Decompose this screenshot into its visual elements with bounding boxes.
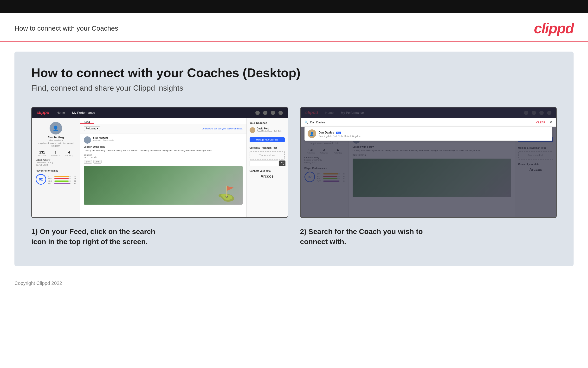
golfer-silhouette: ⛳ xyxy=(217,185,235,202)
off-btn[interactable]: OTF xyxy=(84,160,92,164)
post-title: Lesson with Fordy xyxy=(84,146,243,148)
trackman-link-placeholder: Trackman Link xyxy=(250,151,285,159)
mock-nav-icons-1 xyxy=(255,110,283,115)
action-buttons: OTF APP xyxy=(84,160,243,164)
post-text: Looking to feel like my hands are exitin… xyxy=(84,149,243,152)
control-link[interactable]: Control who can see your activity and da… xyxy=(202,128,243,130)
coach-item: David Ford Royal North Devon Golf Club xyxy=(250,127,285,133)
result-avatar: 👤 xyxy=(307,129,316,138)
settings-icon[interactable] xyxy=(271,110,275,115)
coaches-title: Your Coaches xyxy=(250,121,285,124)
trackman-input[interactable] xyxy=(250,160,278,166)
caption-2: 2) Search for the Coach you wish toconne… xyxy=(300,227,557,247)
post-card: Blair McHarg Yesterday · Sunningdale Les… xyxy=(80,134,246,208)
main-heading: How to connect with your Coaches (Deskto… xyxy=(31,66,557,80)
app-btn[interactable]: APP xyxy=(93,160,102,164)
stat-following: 4 Following xyxy=(65,150,73,156)
search-bar: 🔍 Dan Davies CLEAR ✕ xyxy=(301,118,556,127)
bar-app: APP 85 xyxy=(48,178,76,180)
mock-nav-1: clippd Home My Performance xyxy=(32,108,288,118)
avatar: 👤 xyxy=(50,122,62,135)
top-bar xyxy=(0,0,588,13)
main-subheading: Find, connect and share your Clippd insi… xyxy=(31,84,557,92)
mock-nav-home: Home xyxy=(57,111,65,114)
user-avatar-icon[interactable] xyxy=(279,110,283,115)
bar-arg: ARG 86 xyxy=(48,180,76,182)
manage-coaches-button[interactable]: Manage Your Coaches xyxy=(250,137,285,142)
screenshot-frame-1: clippd Home My Performance 👤 xyxy=(31,107,288,218)
coach-avatar xyxy=(250,127,255,133)
feed-tab[interactable]: Feed xyxy=(80,118,94,124)
post-avatar xyxy=(84,136,91,144)
screenshot-col-1: clippd Home My Performance 👤 xyxy=(31,107,288,247)
caption-1: 1) On your Feed, click on the searchicon… xyxy=(31,227,288,247)
mock-body-1: 👤 Blair McHarg Plus Handicap Royal North… xyxy=(32,118,288,217)
clear-button[interactable]: CLEAR xyxy=(536,121,545,124)
screenshots-row: clippd Home My Performance 👤 xyxy=(31,107,557,247)
score-circle: 92 xyxy=(36,174,46,184)
mock-logo-1: clippd xyxy=(37,110,49,115)
header: How to connect with your Coaches clippd xyxy=(0,13,588,42)
mock-nav-performance: My Performance xyxy=(72,111,95,114)
search-result-item[interactable]: 👤 Dan Davies Pro Sunningdale Golf Club, … xyxy=(305,127,553,141)
stat-activities: 131 Activities xyxy=(38,150,46,156)
copyright-text: Copyright Clippd 2022 xyxy=(14,281,62,286)
search-overlay: 🔍 Dan Davies CLEAR ✕ 👤 Dan Davies Pro S xyxy=(301,118,556,141)
screenshot-col-2: clippd Home My Performance 👤 xyxy=(300,107,557,247)
mock-left-panel-1: 👤 Blair McHarg Plus Handicap Royal North… xyxy=(32,118,80,217)
mock-center-panel-1: Feed Following ▾ Control who can see you… xyxy=(80,118,247,217)
post-header: Blair McHarg Yesterday · Sunningdale xyxy=(84,136,243,144)
bar-putt: PUTT 96 xyxy=(48,183,76,184)
stat-followers: 3 Followers xyxy=(51,150,60,156)
close-search-button[interactable]: ✕ xyxy=(549,120,552,125)
profile-club: Royal North Devon Golf Club, United King… xyxy=(36,142,76,147)
following-bar: Following ▾ Control who can see your act… xyxy=(80,124,246,134)
arccos-logo: Arccos xyxy=(250,174,285,179)
search-query-text: Dan Davies xyxy=(310,121,535,124)
add-link-button[interactable]: Add Link xyxy=(279,160,286,166)
latest-activity: Latest Activity Lesson with Fordy 03 Aug… xyxy=(36,159,76,166)
screenshot-frame-2: clippd Home My Performance 👤 xyxy=(300,107,557,218)
mock-profile: 👤 Blair McHarg Plus Handicap Royal North… xyxy=(36,122,76,147)
search-icon-overlay: 🔍 xyxy=(305,120,308,124)
profile-name: Blair McHarg xyxy=(36,136,76,139)
following-button[interactable]: Following ▾ xyxy=(84,126,100,131)
connect-section: Connect your data Arccos xyxy=(250,170,285,179)
bar-ott: OTT 90 xyxy=(48,175,76,177)
mock-stats: 131 Activities 3 Followers 4 Following xyxy=(36,150,76,156)
profile-handicap: Plus Handicap xyxy=(36,139,76,142)
player-performance: Player Performance 92 OTT 90 xyxy=(36,169,76,186)
profile-icon[interactable] xyxy=(263,110,267,115)
clippd-logo: clippd xyxy=(534,20,574,37)
page-title: How to connect with your Coaches xyxy=(14,25,118,32)
footer: Copyright Clippd 2022 xyxy=(0,276,588,291)
search-icon[interactable] xyxy=(255,110,260,115)
trackman-section: Upload a Trackman Test Trackman Link Add… xyxy=(250,147,285,166)
mock-right-panel-1: Your Coaches David Ford Royal North Devo… xyxy=(247,118,288,217)
main-content: How to connect with your Coaches (Deskto… xyxy=(14,52,574,266)
post-duration: Duration 01 hr : 30 min xyxy=(84,154,243,159)
post-image: ⛳ xyxy=(84,166,243,205)
